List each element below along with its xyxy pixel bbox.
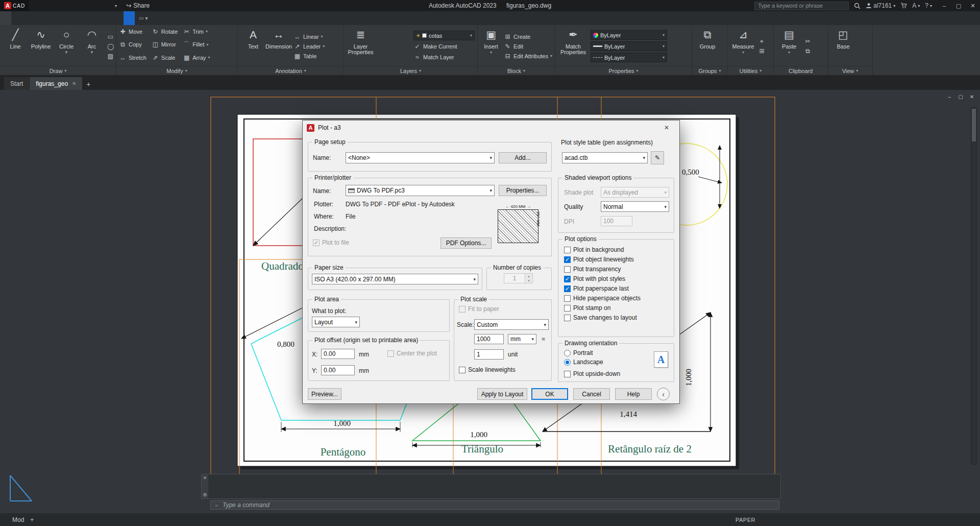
help-button[interactable]: Help	[615, 388, 652, 400]
offset-x-field[interactable]: 0.00	[321, 349, 355, 359]
new-file-icon[interactable]	[32, 1, 42, 10]
stretch-button[interactable]: ↔ Stretch	[119, 53, 149, 62]
plot-style-select[interactable]: acad.ctb ▾	[562, 152, 648, 163]
command-window-grip[interactable]: ✕ ⚙	[202, 474, 208, 498]
group-button[interactable]: ⧉ Group	[695, 27, 720, 66]
cart-icon[interactable]	[900, 3, 907, 9]
minimize-button[interactable]: –	[937, 0, 951, 11]
plot-to-file-checkbox[interactable]: Plot to file	[313, 239, 349, 246]
save-icon[interactable]	[55, 1, 65, 10]
mirror-button[interactable]: ◫ Mirror	[152, 40, 180, 50]
pdf-options-button[interactable]: PDF Options...	[440, 237, 492, 249]
layer-walk-icon[interactable]	[394, 51, 403, 61]
paper-size-select[interactable]: ISO A3 (420.00 x 297.00 MM) ▾	[312, 274, 478, 284]
plot-dialog-close-icon[interactable]: ✕	[658, 122, 675, 134]
layer-state-icon[interactable]	[403, 51, 411, 61]
copies-spinner[interactable]: 1 ▲ ▼	[504, 273, 533, 283]
hide-paperspace-objects-checkbox[interactable]: Hide paperspace objects	[564, 295, 671, 302]
what-to-plot-select[interactable]: Layout ▾	[312, 317, 360, 327]
tab-parametric[interactable]	[34, 11, 45, 25]
ok-button[interactable]: OK	[531, 388, 568, 400]
plot-upside-down-checkbox[interactable]: Plot upside-down	[564, 370, 620, 377]
edit-block-button[interactable]: ✎ Edit	[504, 41, 552, 51]
layer-properties-button[interactable]: ≣ Layer Properties	[347, 27, 375, 66]
ellipse-icon[interactable]: ◯	[107, 41, 114, 51]
page-setup-name-select[interactable]: <None> ▾	[346, 152, 495, 163]
linetype-select[interactable]: ByLayer ▾	[591, 53, 667, 62]
layer-lock-icon[interactable]	[394, 41, 403, 51]
panel-properties-footer[interactable]: Properties▾	[555, 66, 692, 75]
tab-home[interactable]	[0, 11, 11, 25]
help-menu[interactable]: ? ▾	[925, 2, 932, 9]
panel-clipboard-footer[interactable]: Clipboard	[774, 66, 827, 75]
text-button[interactable]: A Text	[240, 27, 266, 66]
search-icon[interactable]	[854, 3, 861, 9]
panel-draw-footer[interactable]: Draw▾	[0, 66, 116, 75]
layer-on-all-icon[interactable]	[377, 41, 385, 51]
scale-length-field[interactable]: 1000	[474, 334, 504, 344]
plot-object-lineweights-checkbox[interactable]: Plot object lineweights	[564, 256, 671, 263]
paper-space-toggle[interactable]: PAPER	[736, 517, 755, 523]
edit-attributes-button[interactable]: ⊟ Edit Attributes ▾	[504, 51, 552, 61]
copies-up-icon[interactable]: ▲	[525, 274, 532, 278]
less-options-button[interactable]: ‹	[657, 388, 670, 400]
printer-name-select[interactable]: DWG To PDF.pc3 ▾	[346, 185, 495, 196]
cancel-button[interactable]: Cancel	[573, 388, 610, 400]
scale-units-field[interactable]: 1	[474, 349, 504, 360]
command-window[interactable]: ✕ ⚙	[201, 474, 781, 499]
layer-unisolate-icon[interactable]	[385, 32, 394, 41]
open-folder-icon[interactable]	[43, 1, 54, 10]
add-page-setup-button[interactable]: Add...	[499, 152, 547, 163]
make-current-button[interactable]: ✓ Make Current	[413, 41, 475, 51]
array-button[interactable]: ▦ Array ▾	[183, 53, 210, 62]
plot-transparency-checkbox[interactable]: Plot transparency	[564, 266, 671, 273]
drawing-restore-button[interactable]: ▢	[957, 93, 965, 100]
hatch-icon[interactable]: ▨	[107, 51, 114, 61]
panel-utilities-footer[interactable]: Utilities▾	[728, 66, 773, 75]
edit-plot-style-button[interactable]: ✎	[651, 151, 664, 164]
add-layout-button[interactable]: +	[30, 516, 34, 523]
insert-block-button[interactable]: ▣ Insert ▾	[480, 27, 502, 66]
plot-with-plot-styles-checkbox[interactable]: Plot with plot styles	[564, 275, 671, 282]
close-tab-icon[interactable]: ✕	[72, 81, 76, 86]
id-point-button[interactable]: ⌖	[758, 37, 766, 46]
object-color-select[interactable]: ByLayer ▾	[591, 30, 667, 40]
customize-command-icon[interactable]: ⚙	[203, 492, 207, 497]
autocad-logo[interactable]: A CAD	[0, 0, 29, 11]
lineweight-select[interactable]: ByLayer ▾	[591, 41, 667, 51]
maximize-button[interactable]: ▢	[951, 0, 966, 11]
save-changes-to-layout-checkbox[interactable]: Save changes to layout	[564, 314, 671, 321]
undo-icon[interactable]	[88, 1, 99, 10]
tab-featured-apps[interactable]	[112, 11, 124, 25]
tab-collaborate[interactable]	[90, 11, 101, 25]
panel-block-footer[interactable]: Block▾	[478, 66, 555, 75]
base-view-button[interactable]: ◰ Base	[830, 27, 856, 66]
share-button[interactable]: ↪ Share	[126, 2, 150, 9]
new-tab-button[interactable]: +	[83, 79, 94, 90]
command-input[interactable]: ＞ Type a command	[210, 500, 779, 510]
tab-figuras-geo[interactable]: figuras_geo ✕	[30, 77, 82, 90]
paste-button[interactable]: ▤ Paste ▾	[776, 27, 802, 66]
linear-dimension-button[interactable]: ↔ Linear ▾	[293, 32, 325, 41]
measure-button[interactable]: ⊿ Measure ▾	[730, 27, 756, 66]
panel-groups-footer[interactable]: Groups▾	[692, 66, 727, 75]
layer-freeze-icon[interactable]	[394, 32, 403, 41]
tab-view[interactable]	[45, 11, 56, 25]
arc-button[interactable]: ◠ Arc ▼	[79, 27, 105, 66]
tab-add-ins[interactable]	[79, 11, 90, 25]
panel-annotation-footer[interactable]: Annotation▾	[238, 66, 344, 75]
match-properties-button[interactable]: ✒ Match Properties	[558, 27, 589, 66]
layer-off-icon[interactable]	[403, 32, 411, 41]
panel-view-footer[interactable]: View▾	[828, 66, 872, 75]
ribbon-display-toggle[interactable]: ▭ ▾	[135, 11, 152, 25]
leader-button[interactable]: ↗ Leader ▾	[293, 41, 325, 51]
quality-select[interactable]: Normal ▾	[601, 201, 669, 212]
scale-unit-select[interactable]: mm ▾	[508, 334, 536, 344]
apps-menu[interactable]: A ▾	[912, 2, 920, 9]
apply-to-layout-button[interactable]: Apply to Layout	[477, 388, 527, 400]
copies-down-icon[interactable]: ▼	[525, 278, 532, 283]
scale-select[interactable]: Custom ▾	[474, 319, 549, 330]
create-block-button[interactable]: ⊞ Create	[504, 32, 552, 41]
portrait-radio[interactable]: Portrait	[564, 349, 603, 356]
trim-button[interactable]: ✂ Trim ▾	[183, 27, 210, 36]
